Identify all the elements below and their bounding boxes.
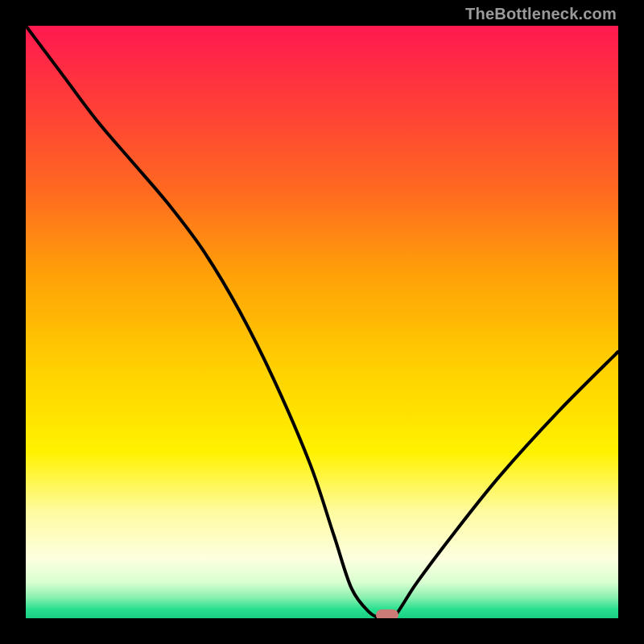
plot-area (26, 26, 618, 618)
bottleneck-curve (26, 26, 618, 618)
watermark-text: TheBottleneck.com (465, 5, 617, 23)
optimum-marker (376, 609, 398, 618)
bottleneck-chart: TheBottleneck.com (0, 0, 644, 644)
curve-path (26, 26, 618, 618)
